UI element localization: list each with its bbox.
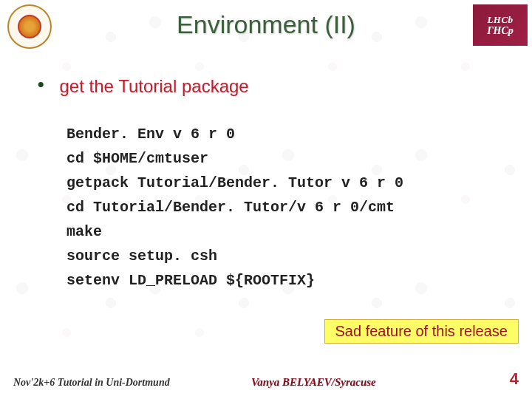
slide-content: • get the Tutorial package Bender. Env v…	[0, 52, 532, 293]
syracuse-seal-icon	[7, 4, 52, 49]
slide-title: Environment (II)	[0, 0, 532, 39]
lhcb-logo-line2: ГНСр	[487, 26, 514, 36]
code-block: Bender. Env v 6 r 0 cd $HOME/cmtuser get…	[66, 122, 495, 293]
slide: Environment (II) LHCb ГНСр • get the Tut…	[0, 0, 532, 399]
bullet-marker-icon: •	[37, 74, 45, 96]
lhcb-logo-line1: LHCb	[487, 15, 513, 24]
footer-center: Vanya BELYAEV/Syracuse	[251, 376, 376, 389]
lhcb-logo-icon: LHCb ГНСр	[473, 4, 528, 46]
page-number: 4	[510, 369, 519, 389]
bullet-text: get the Tutorial package	[60, 76, 249, 97]
footer-left: Nov'2k+6 Tutorial in Uni-Dortmund	[13, 377, 170, 389]
slide-footer: Nov'2k+6 Tutorial in Uni-Dortmund Vanya …	[0, 369, 532, 389]
slide-header: Environment (II) LHCb ГНСр	[0, 0, 532, 52]
bullet-item: • get the Tutorial package	[37, 74, 495, 97]
note-callout: Sad feature of this release	[324, 319, 519, 344]
